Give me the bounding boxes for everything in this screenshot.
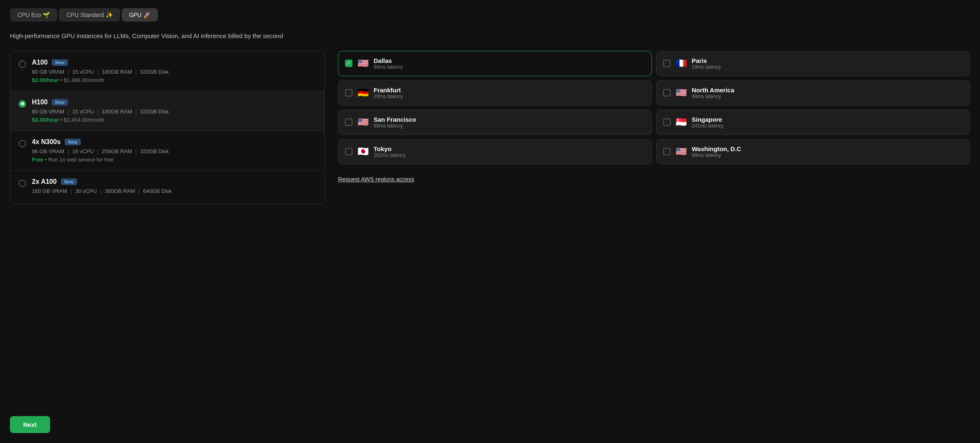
instance-item-h100[interactable]: H100New80 GB VRAM|15 vCPU|180GB RAM|320G… (10, 91, 324, 131)
region-latency-tokyo: 262ms latency (374, 152, 645, 158)
radio-2x-a100 (19, 180, 26, 187)
region-name-frankfurt: Frankfurt (374, 87, 645, 94)
main-layout: A100New80 GB VRAM|15 vCPU|180GB RAM|320G… (10, 51, 970, 204)
radio-a100 (19, 60, 26, 68)
instance-list: A100New80 GB VRAM|15 vCPU|180GB RAM|320G… (10, 51, 325, 204)
region-latency-north-america: 99ms latency (692, 94, 963, 99)
radio-h100 (19, 100, 26, 108)
badge-h100: New (52, 99, 68, 106)
region-info-san-francisco: San Francisco99ms latency (374, 116, 645, 129)
region-card-san-francisco[interactable]: 🇺🇸San Francisco99ms latency (338, 110, 652, 135)
region-card-singapore[interactable]: 🇸🇬Singapore241ms latency (656, 110, 970, 135)
region-info-tokyo: Tokyo262ms latency (374, 145, 645, 158)
region-latency-singapore: 241ms latency (692, 123, 963, 129)
instance-price-a100: $2.00/hour • $1,488.00/month (32, 77, 316, 83)
region-flag-san-francisco: 🇺🇸 (357, 117, 369, 128)
regions-grid: ✓🇺🇸Dallas99ms latency🇫🇷Paris19ms latency… (338, 51, 970, 164)
instance-name-a100: A100 (32, 59, 48, 66)
region-info-washington-dc: Washington, D.C99ms latency (692, 145, 963, 158)
instance-info-2x-a100: 2x A100New160 GB VRAM|30 vCPU|360GB RAM|… (32, 178, 316, 196)
instance-name-2x-a100: 2x A100 (32, 178, 57, 185)
region-latency-frankfurt: 29ms latency (374, 94, 645, 99)
region-info-frankfurt: Frankfurt29ms latency (374, 87, 645, 99)
region-flag-north-america: 🇺🇸 (676, 87, 687, 98)
region-latency-dallas: 99ms latency (374, 64, 645, 70)
region-latency-paris: 19ms latency (692, 64, 963, 70)
region-name-paris: Paris (692, 57, 963, 64)
instance-specs-a100: 80 GB VRAM|15 vCPU|180GB RAM|320GB Disk (32, 69, 316, 75)
region-name-north-america: North America (692, 87, 963, 94)
instance-name-row-h100: H100New (32, 99, 316, 106)
badge-a100: New (52, 59, 68, 66)
instance-name-h100: H100 (32, 99, 48, 106)
radio-4x-n300s (19, 140, 26, 147)
badge-4x-n300s: New (65, 139, 81, 145)
tab-cpu-eco[interactable]: CPU Eco 🌱 (10, 8, 57, 22)
badge-2x-a100: New (61, 178, 77, 185)
instance-item-a100[interactable]: A100New80 GB VRAM|15 vCPU|180GB RAM|320G… (10, 51, 324, 91)
region-card-frankfurt[interactable]: 🇩🇪Frankfurt29ms latency (338, 80, 652, 106)
page-description: High-performance GPU instances for LLMs,… (10, 31, 325, 41)
tab-bar: CPU Eco 🌱CPU Standard ✨GPU 🚀 (10, 8, 970, 22)
region-name-san-francisco: San Francisco (374, 116, 645, 123)
next-button[interactable]: Next (10, 416, 50, 433)
region-name-tokyo: Tokyo (374, 145, 645, 152)
tab-cpu-standard[interactable]: CPU Standard ✨ (59, 8, 120, 22)
region-flag-singapore: 🇸🇬 (676, 117, 687, 128)
instance-price-4x-n300s: Free • Run 1x web service for free (32, 156, 316, 163)
region-checkbox-paris (663, 60, 671, 67)
region-flag-washington-dc: 🇺🇸 (676, 146, 687, 157)
region-checkbox-singapore (663, 118, 671, 126)
region-checkbox-tokyo (345, 148, 352, 155)
region-info-singapore: Singapore241ms latency (692, 116, 963, 129)
instance-item-4x-n300s[interactable]: 4x N300sNew96 GB VRAM|16 vCPU|256GB RAM|… (10, 131, 324, 171)
region-card-tokyo[interactable]: 🇯🇵Tokyo262ms latency (338, 139, 652, 164)
instance-name-row-4x-n300s: 4x N300sNew (32, 138, 316, 146)
region-info-paris: Paris19ms latency (692, 57, 963, 70)
instance-specs-4x-n300s: 96 GB VRAM|16 vCPU|256GB RAM|320GB Disk (32, 148, 316, 154)
region-card-paris[interactable]: 🇫🇷Paris19ms latency (656, 51, 970, 76)
region-checkbox-north-america (663, 89, 671, 96)
instance-info-h100: H100New80 GB VRAM|15 vCPU|180GB RAM|320G… (32, 99, 316, 123)
region-latency-washington-dc: 99ms latency (692, 152, 963, 158)
region-name-singapore: Singapore (692, 116, 963, 123)
instance-info-a100: A100New80 GB VRAM|15 vCPU|180GB RAM|320G… (32, 59, 316, 83)
aws-regions-link[interactable]: Request AWS regions access (338, 176, 414, 183)
region-flag-frankfurt: 🇩🇪 (357, 87, 369, 98)
region-card-dallas[interactable]: ✓🇺🇸Dallas99ms latency (338, 51, 652, 76)
region-checkbox-washington-dc (663, 148, 671, 155)
region-name-washington-dc: Washington, D.C (692, 145, 963, 152)
instance-name-4x-n300s: 4x N300s (32, 138, 60, 146)
instance-info-4x-n300s: 4x N300sNew96 GB VRAM|16 vCPU|256GB RAM|… (32, 138, 316, 163)
region-flag-dallas: 🇺🇸 (357, 58, 369, 69)
instance-name-row-2x-a100: 2x A100New (32, 178, 316, 185)
region-checkbox-san-francisco (345, 118, 352, 126)
instance-item-2x-a100[interactable]: 2x A100New160 GB VRAM|30 vCPU|360GB RAM|… (10, 171, 324, 204)
region-card-washington-dc[interactable]: 🇺🇸Washington, D.C99ms latency (656, 139, 970, 164)
region-flag-tokyo: 🇯🇵 (357, 146, 369, 157)
instance-specs-2x-a100: 160 GB VRAM|30 vCPU|360GB RAM|640GB Disk (32, 188, 316, 194)
region-info-dallas: Dallas99ms latency (374, 57, 645, 70)
region-name-dallas: Dallas (374, 57, 645, 64)
tab-gpu[interactable]: GPU 🚀 (122, 8, 158, 22)
instance-specs-h100: 80 GB VRAM|15 vCPU|180GB RAM|320GB Disk (32, 108, 316, 115)
region-card-north-america[interactable]: 🇺🇸North America99ms latency (656, 80, 970, 106)
instance-price-h100: $3.30/hour • $2,454.00/month (32, 117, 316, 123)
region-checkbox-frankfurt (345, 89, 352, 96)
region-flag-paris: 🇫🇷 (676, 58, 687, 69)
instance-name-row-a100: A100New (32, 59, 316, 66)
region-checkbox-dallas: ✓ (345, 60, 352, 67)
regions-panel: ✓🇺🇸Dallas99ms latency🇫🇷Paris19ms latency… (338, 51, 970, 183)
region-info-north-america: North America99ms latency (692, 87, 963, 99)
region-latency-san-francisco: 99ms latency (374, 123, 645, 129)
